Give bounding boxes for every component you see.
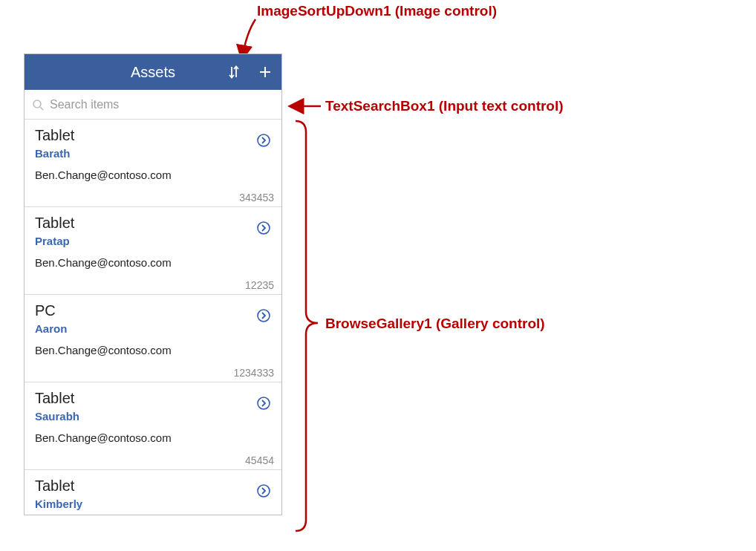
item-email: Ben.Change@contoso.com	[35, 344, 271, 356]
item-number: 343453	[239, 192, 274, 203]
svg-point-10	[258, 397, 270, 409]
search-icon	[32, 99, 44, 111]
next-arrow-icon[interactable]	[256, 396, 271, 411]
item-name: Saurabh	[35, 410, 271, 423]
svg-point-8	[258, 222, 270, 234]
item-email: Ben.Change@contoso.com	[35, 169, 271, 181]
item-number: 45454	[245, 454, 274, 466]
item-email: Ben.Change@contoso.com	[35, 256, 271, 269]
list-item[interactable]: Tablet Saurabh Ben.Change@contoso.com 45…	[25, 382, 281, 470]
app-header: Assets	[25, 54, 281, 90]
item-number: 1234333	[233, 367, 274, 379]
annotation-gallery: BrowseGallery1 (Gallery control)	[325, 316, 545, 332]
search-input[interactable]	[50, 98, 274, 111]
item-title: Tablet	[35, 390, 271, 407]
item-title: PC	[35, 302, 271, 319]
next-arrow-icon[interactable]	[256, 133, 271, 148]
svg-point-5	[33, 100, 41, 108]
next-arrow-icon[interactable]	[256, 308, 271, 323]
item-name: Barath	[35, 147, 271, 160]
item-title: Tablet	[35, 215, 271, 232]
app-frame: Assets	[24, 53, 282, 515]
next-arrow-icon[interactable]	[256, 221, 271, 235]
item-name: Kimberly	[35, 498, 271, 510]
svg-line-6	[40, 107, 43, 110]
sort-updown-icon[interactable]	[224, 62, 244, 82]
item-title: Tablet	[35, 477, 271, 495]
list-item[interactable]: Tablet Barath Ben.Change@contoso.com 343…	[25, 120, 281, 207]
item-name: Pratap	[35, 235, 271, 247]
list-item[interactable]: Tablet Kimberly	[25, 470, 281, 515]
browse-gallery: Tablet Barath Ben.Change@contoso.com 343…	[25, 120, 281, 515]
list-item[interactable]: Tablet Pratap Ben.Change@contoso.com 122…	[25, 207, 281, 295]
add-icon[interactable]	[255, 62, 276, 82]
item-email: Ben.Change@contoso.com	[35, 431, 271, 444]
item-number: 12235	[245, 279, 274, 291]
item-name: Aaron	[35, 322, 271, 335]
next-arrow-icon[interactable]	[256, 483, 271, 498]
item-title: Tablet	[35, 127, 271, 144]
annotation-sort: ImageSortUpDown1 (Image control)	[257, 3, 497, 19]
svg-point-11	[258, 485, 270, 497]
annotation-search: TextSearchBox1 (Input text control)	[325, 98, 564, 114]
svg-point-7	[258, 134, 270, 146]
list-item[interactable]: PC Aaron Ben.Change@contoso.com 1234333	[25, 295, 281, 382]
search-row	[25, 90, 281, 120]
svg-point-9	[258, 310, 270, 322]
